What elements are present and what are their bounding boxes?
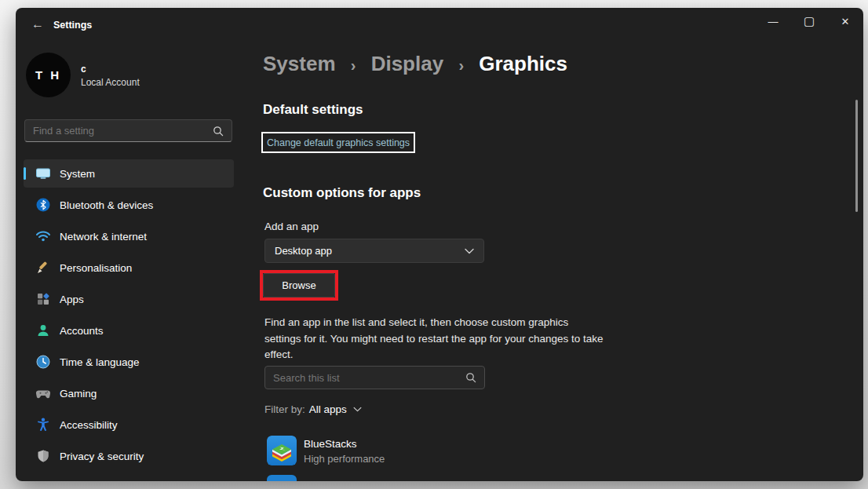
brush-icon bbox=[35, 259, 52, 276]
app-type-value: Desktop app bbox=[275, 245, 465, 257]
search-icon bbox=[465, 372, 476, 383]
gamepad-icon bbox=[35, 385, 52, 402]
person-icon bbox=[35, 322, 52, 339]
search-icon bbox=[213, 126, 224, 137]
sidebar-item-personalisation[interactable]: Personalisation bbox=[24, 254, 234, 282]
breadcrumb-graphics: Graphics bbox=[479, 52, 567, 75]
clock-icon bbox=[35, 353, 52, 370]
maximize-button[interactable]: ▢ bbox=[791, 8, 827, 35]
breadcrumb-system[interactable]: System bbox=[263, 52, 336, 75]
chevron-down-icon bbox=[353, 407, 362, 412]
default-settings-heading: Default settings bbox=[263, 102, 363, 118]
app-type-dropdown[interactable]: Desktop app bbox=[264, 239, 484, 263]
sidebar: T H c Local Account System bbox=[16, 39, 251, 481]
sidebar-nav: System Bluetooth & devices bbox=[24, 159, 234, 473]
custom-options-description: Find an app in the list and select it, t… bbox=[264, 315, 605, 363]
vertical-scrollbar[interactable] bbox=[855, 100, 858, 212]
red-highlight-annotation: Browse bbox=[260, 270, 338, 301]
window-title: Settings bbox=[53, 20, 92, 31]
settings-window: ← Settings — ▢ ✕ T H c Local Account bbox=[16, 8, 863, 481]
sidebar-item-label: System bbox=[60, 168, 95, 180]
sidebar-item-bluetooth[interactable]: Bluetooth & devices bbox=[24, 191, 234, 219]
user-name: c bbox=[81, 64, 86, 75]
bluetooth-icon bbox=[35, 196, 52, 213]
main-content: System › Display › Graphics Default sett… bbox=[263, 39, 863, 481]
app-name: BlueStacks bbox=[304, 438, 385, 450]
wifi-icon bbox=[35, 228, 52, 245]
sidebar-item-privacy[interactable]: Privacy & security bbox=[24, 442, 234, 470]
app-graphics-preference: High performance bbox=[304, 453, 385, 465]
bluestacks-app-icon bbox=[267, 436, 297, 465]
filter-by-value: All apps bbox=[309, 403, 347, 415]
close-button[interactable]: ✕ bbox=[827, 8, 863, 35]
chevron-down-icon bbox=[465, 248, 474, 254]
sidebar-item-apps[interactable]: Apps bbox=[24, 285, 234, 313]
change-default-graphics-link-focus: Change default graphics settings bbox=[261, 132, 415, 153]
maximize-icon: ▢ bbox=[804, 14, 815, 28]
sidebar-item-accounts[interactable]: Accounts bbox=[24, 316, 234, 345]
titlebar: ← Settings — ▢ ✕ bbox=[16, 8, 863, 39]
next-app-icon-partial bbox=[267, 475, 297, 481]
filter-by-label: Filter by: bbox=[264, 403, 305, 415]
find-setting-search[interactable] bbox=[24, 119, 232, 142]
accessibility-icon bbox=[35, 416, 52, 433]
apps-icon bbox=[35, 290, 52, 308]
minimize-button[interactable]: — bbox=[755, 8, 791, 35]
filter-by-dropdown[interactable]: Filter by: All apps bbox=[264, 403, 362, 415]
custom-options-heading: Custom options for apps bbox=[263, 185, 421, 201]
breadcrumb-display[interactable]: Display bbox=[371, 52, 444, 75]
sidebar-item-network[interactable]: Network & internet bbox=[24, 222, 234, 250]
display-icon bbox=[35, 165, 52, 182]
app-list-item-bluestacks[interactable]: BlueStacks High performance bbox=[267, 436, 385, 465]
account-type-label: Local Account bbox=[81, 77, 140, 88]
find-setting-input[interactable] bbox=[33, 125, 213, 137]
back-button[interactable]: ← bbox=[25, 14, 50, 35]
shield-icon bbox=[35, 447, 52, 465]
browse-button[interactable]: Browse bbox=[263, 273, 335, 297]
search-list-input[interactable] bbox=[273, 372, 465, 384]
add-app-label: Add an app bbox=[264, 221, 319, 232]
sidebar-item-time-language[interactable]: Time & language bbox=[24, 348, 234, 376]
sidebar-item-gaming[interactable]: Gaming bbox=[24, 379, 234, 407]
change-default-graphics-link[interactable]: Change default graphics settings bbox=[267, 137, 410, 148]
minimize-icon: — bbox=[768, 16, 779, 27]
window-controls: — ▢ ✕ bbox=[755, 8, 863, 35]
breadcrumb-separator: › bbox=[449, 57, 473, 74]
breadcrumb: System › Display › Graphics bbox=[263, 52, 567, 76]
sidebar-item-accessibility[interactable]: Accessibility bbox=[24, 411, 234, 439]
sidebar-item-system[interactable]: System bbox=[24, 159, 234, 188]
back-arrow-icon: ← bbox=[31, 17, 44, 31]
search-list-box[interactable] bbox=[264, 366, 485, 389]
selected-accent-pill bbox=[24, 167, 26, 180]
avatar[interactable]: T H bbox=[26, 53, 71, 97]
breadcrumb-separator: › bbox=[341, 57, 366, 74]
close-icon: ✕ bbox=[841, 16, 850, 27]
